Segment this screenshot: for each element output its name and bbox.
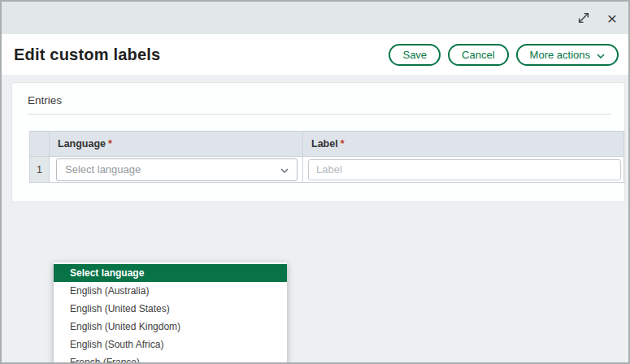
chevron-down-icon [597,49,605,61]
language-dropdown-menu: Select language English (Australia) Engl… [54,262,287,364]
edit-custom-labels-dialog: × Edit custom labels Save Cancel More ac… [0,0,630,364]
page-title: Edit custom labels [14,46,381,64]
label-header-label: Label [311,138,338,150]
save-button[interactable]: Save [389,44,441,66]
close-icon[interactable]: × [603,9,621,27]
required-asterisk: * [341,138,345,150]
more-actions-button[interactable]: More actions [516,44,619,66]
dropdown-option-select-language[interactable]: Select language [54,264,287,282]
chevron-down-icon [280,163,289,176]
dropdown-option-english-united-states[interactable]: English (United States) [54,300,287,318]
label-input[interactable] [308,159,621,180]
row-number-cell: 1 [30,157,50,183]
expand-diagonal-icon[interactable] [575,9,593,27]
cancel-button[interactable]: Cancel [448,44,508,66]
row-number-header [30,132,50,157]
dialog-header: Edit custom labels Save Cancel More acti… [2,34,628,75]
language-select-value: Select language [65,163,141,176]
dropdown-option-english-south-africa[interactable]: English (South Africa) [54,336,287,353]
table-row: 1 Select language [30,157,624,183]
save-button-label: Save [402,49,427,61]
label-cell [303,157,624,183]
language-header-label: Language [58,138,106,150]
more-actions-label: More actions [530,49,590,61]
language-column-header: Language* [50,132,303,157]
language-select[interactable]: Select language [56,158,298,181]
label-column-header: Label* [303,132,624,157]
close-glyph: × [607,10,617,27]
dropdown-option-english-united-kingdom[interactable]: English (United Kingdom) [54,318,287,336]
entries-table: Language* Label* 1 Select language [29,131,624,183]
language-cell: Select language [50,157,303,183]
table-header-row: Language* Label* [30,132,624,157]
window-titlebar: × [2,2,628,34]
dialog-body: Entries Language* Label* 1 Select lang [2,82,628,364]
dropdown-option-english-australia[interactable]: English (Australia) [54,282,287,300]
cancel-button-label: Cancel [462,49,494,61]
entries-panel: Entries Language* Label* 1 Select lang [11,82,625,202]
required-asterisk: * [108,138,112,150]
dropdown-option-french-france[interactable]: French (France) [54,353,287,364]
entries-section-title: Entries [28,94,611,115]
